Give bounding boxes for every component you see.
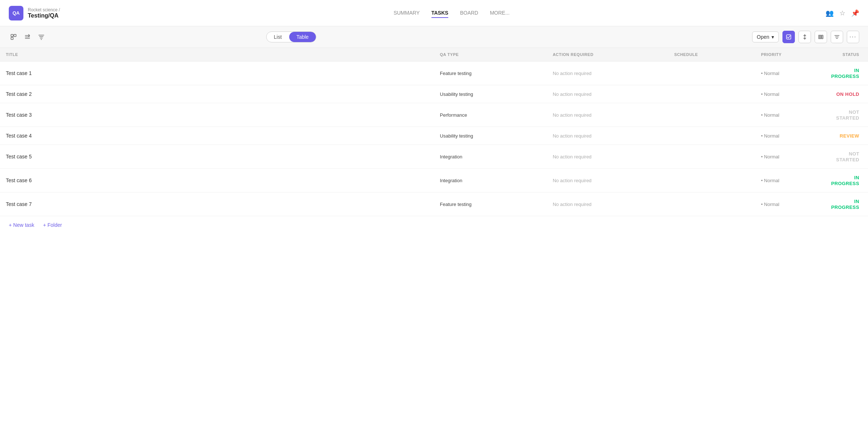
svg-rect-14 [822,35,823,39]
cell-schedule [668,85,755,103]
cell-title: Test case 5 [0,145,434,169]
cell-qatype: Integration [434,145,547,169]
cell-priority: • Normal [755,103,824,127]
table-row[interactable]: Test case 1 Feature testing No action re… [0,61,868,85]
cell-action: No action required [547,145,668,169]
breadcrumb-parent: Rocket science / [28,7,60,12]
cell-title: Test case 2 [0,85,434,103]
cell-status: NOT STARTED [824,103,868,127]
svg-rect-1 [14,34,16,37]
tab-more[interactable]: MORE... [490,8,510,18]
toolbar-right: Open ▾ [752,31,859,43]
cell-title: Test case 6 [0,169,434,192]
cell-status: IN PROGRESS [824,192,868,216]
table-view-button[interactable]: Table [289,32,316,42]
table-row[interactable]: Test case 3 Performance No action requir… [0,103,868,127]
cell-priority: • Normal [755,61,824,85]
tab-summary[interactable]: SUMMARY [393,8,419,18]
toolbar: List Table Open ▾ [0,26,868,48]
chevron-down-icon: ▾ [771,34,774,40]
tab-tasks[interactable]: TASKS [431,8,448,18]
cell-schedule [668,61,755,85]
list-view-button[interactable]: List [267,32,289,42]
cell-action: No action required [547,85,668,103]
cell-title: Test case 4 [0,127,434,145]
filter-sort-button[interactable] [37,32,46,42]
pin-icon[interactable]: 📌 [851,9,859,17]
cell-status: REVIEW [824,127,868,145]
logo-area: QA Rocket science / Testing/QA [9,6,60,20]
cell-action: No action required [547,192,668,216]
cell-schedule [668,103,755,127]
cell-title: Test case 1 [0,61,434,85]
cell-qatype: Integration [434,169,547,192]
toolbar-left [9,32,46,42]
breadcrumb-current: Testing/QA [28,12,60,19]
col-header-title: TITLE [0,48,434,61]
table-row[interactable]: Test case 7 Feature testing No action re… [0,192,868,216]
new-folder-button[interactable]: + Folder [43,222,62,228]
cell-status: IN PROGRESS [824,61,868,85]
header-right: 👥 ☆ 📌 [826,9,859,17]
logo-box: QA [9,6,23,20]
cell-title: Test case 3 [0,103,434,127]
logo-text: QA [12,10,20,16]
col-header-status: STATUS [824,48,868,61]
columns-button[interactable] [815,31,827,43]
cell-qatype: Usability testing [434,127,547,145]
people-icon[interactable]: 👥 [826,9,834,17]
cell-schedule [668,127,755,145]
group-button[interactable] [23,32,32,42]
check-filter-button[interactable] [782,31,795,43]
cell-schedule [668,169,755,192]
nav-tabs: SUMMARY TASKS BOARD MORE... [78,8,826,18]
cell-action: No action required [547,127,668,145]
cell-priority: • Normal [755,85,824,103]
filter-button[interactable] [831,31,843,43]
cell-title: Test case 7 [0,192,434,216]
svg-rect-0 [11,34,13,37]
cell-action: No action required [547,103,668,127]
table-header-row: TITLE QA TYPE ACTION REQUIRED SCHEDULE P… [0,48,868,61]
cell-priority: • Normal [755,145,824,169]
col-header-qatype: QA TYPE [434,48,547,61]
cell-status: IN PROGRESS [824,169,868,192]
table-row[interactable]: Test case 4 Usability testing No action … [0,127,868,145]
svg-rect-13 [820,35,822,39]
view-toggle: List Table [266,31,316,42]
star-icon[interactable]: ☆ [839,9,845,17]
more-options-button[interactable]: ··· [847,31,859,43]
cell-status: NOT STARTED [824,145,868,169]
table-row[interactable]: Test case 5 Integration No action requir… [0,145,868,169]
tasks-table: TITLE QA TYPE ACTION REQUIRED SCHEDULE P… [0,48,868,216]
new-task-button[interactable]: + New task [9,222,34,228]
footer-actions: + New task + Folder [0,216,868,234]
cell-qatype: Performance [434,103,547,127]
cell-qatype: Feature testing [434,192,547,216]
cell-schedule [668,145,755,169]
cell-qatype: Usability testing [434,85,547,103]
header: QA Rocket science / Testing/QA SUMMARY T… [0,0,868,26]
cell-action: No action required [547,61,668,85]
col-header-priority: PRIORITY [755,48,824,61]
breadcrumb-area: Rocket science / Testing/QA [28,7,60,19]
cell-qatype: Feature testing [434,61,547,85]
cell-schedule [668,192,755,216]
col-header-action: ACTION REQUIRED [547,48,668,61]
open-dropdown-button[interactable]: Open ▾ [752,31,779,42]
col-header-schedule: SCHEDULE [668,48,755,61]
cell-priority: • Normal [755,127,824,145]
table-row[interactable]: Test case 6 Integration No action requir… [0,169,868,192]
sort-button[interactable] [799,31,811,43]
table-row[interactable]: Test case 2 Usability testing No action … [0,85,868,103]
cell-priority: • Normal [755,192,824,216]
tab-board[interactable]: BOARD [460,8,478,18]
expand-button[interactable] [9,32,18,42]
cell-action: No action required [547,169,668,192]
svg-rect-2 [11,37,13,40]
cell-status: ON HOLD [824,85,868,103]
cell-priority: • Normal [755,169,824,192]
svg-rect-12 [819,35,820,39]
table-container: TITLE QA TYPE ACTION REQUIRED SCHEDULE P… [0,48,868,216]
